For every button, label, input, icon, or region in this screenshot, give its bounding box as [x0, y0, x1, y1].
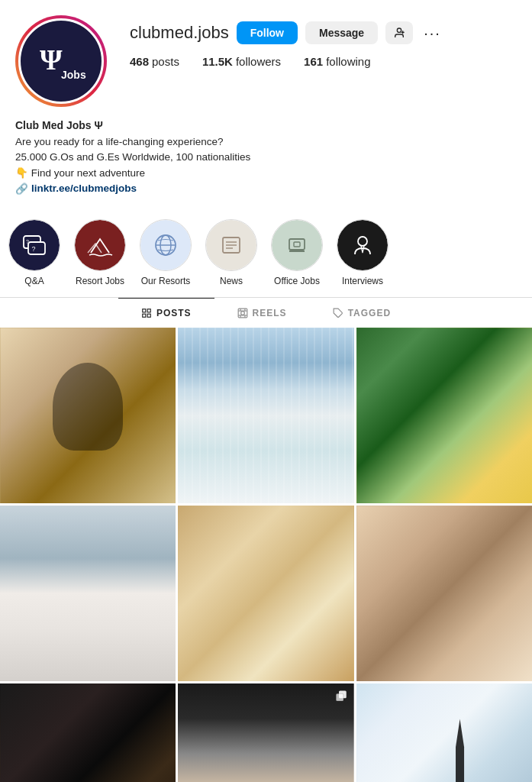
qa-icon: ? ? — [21, 231, 48, 259]
username-row: clubmed.jobs Follow Message ··· — [130, 21, 517, 44]
svg-point-2 — [397, 28, 401, 32]
follow-button[interactable]: Follow — [237, 21, 298, 44]
svg-rect-22 — [143, 314, 146, 317]
highlight-label-office: Office Jobs — [274, 276, 320, 286]
svg-point-25 — [240, 311, 244, 315]
avatar-logo: Ψ Jobs — [37, 40, 86, 82]
svg-rect-16 — [289, 239, 305, 250]
svg-text:Ψ: Ψ — [40, 44, 63, 76]
svg-rect-23 — [147, 314, 150, 317]
svg-rect-6 — [28, 242, 45, 254]
office-icon — [283, 231, 311, 259]
message-button[interactable]: Message — [305, 21, 378, 44]
bio-link-text: linktr.ee/clubmedjobs — [31, 183, 137, 194]
profile-top: Ψ Jobs clubmed.jobs Follow Message — [15, 15, 517, 107]
grid-item-6[interactable] — [356, 506, 532, 681]
tab-posts-label: POSTS — [156, 308, 192, 318]
profile-info: clubmed.jobs Follow Message ··· 468 — [130, 15, 517, 76]
highlight-qa[interactable]: ? ? Q&A — [8, 219, 61, 286]
tab-reels[interactable]: REELS — [214, 298, 310, 328]
interviews-icon — [349, 231, 376, 259]
svg-text:?: ? — [31, 245, 35, 253]
profile-section: Ψ Jobs clubmed.jobs Follow Message — [0, 0, 532, 207]
news-icon — [218, 231, 245, 259]
highlight-circle-resort — [74, 219, 126, 271]
grid-item-7[interactable] — [0, 683, 176, 782]
highlight-circle-resorts — [140, 219, 192, 271]
following-count: 161 — [304, 55, 323, 68]
highlight-label-news: News — [220, 276, 243, 286]
grid-item-9[interactable] — [356, 683, 532, 782]
posts-label: posts — [152, 55, 179, 68]
more-button[interactable]: ··· — [421, 24, 444, 42]
photo-grid — [0, 328, 532, 782]
bio-section: Club Med Jobs Ψ Are you ready for a life… — [15, 119, 517, 199]
grid-item-5[interactable] — [178, 506, 353, 681]
tab-tagged-label: TAGGED — [348, 308, 391, 318]
multiple-icon-svg — [334, 690, 348, 703]
add-person-button[interactable] — [385, 21, 413, 44]
svg-point-19 — [358, 237, 367, 246]
bio-line1: Are you ready for a life-changing experi… — [15, 136, 223, 147]
highlight-label-qa: Q&A — [24, 276, 44, 286]
stats-row: 468 posts 11.5K followers 161 following — [130, 55, 517, 68]
multiple-photos-icon — [334, 690, 348, 706]
posts-stat[interactable]: 468 posts — [130, 55, 179, 68]
grid-item-4[interactable] — [0, 506, 176, 681]
highlight-resort-jobs[interactable]: Resort Jobs — [73, 219, 127, 286]
grid-icon — [141, 308, 152, 318]
highlight-label-resorts: Our Resorts — [141, 276, 191, 286]
highlight-circle-news — [205, 219, 257, 271]
bio-link-emoji: 🔗 — [15, 183, 28, 195]
tab-tagged[interactable]: TAGGED — [310, 298, 414, 328]
grid-item-8[interactable] — [178, 683, 353, 782]
bio-link[interactable]: 🔗 linktr.ee/clubmedjobs — [15, 183, 517, 195]
posts-count: 468 — [130, 55, 149, 68]
highlights-section: ? ? Q&A Resort Jobs — [0, 207, 532, 297]
globe-icon — [152, 231, 179, 259]
tabs-section: POSTS REELS TAGGED — [0, 297, 532, 328]
username: clubmed.jobs — [130, 23, 229, 43]
svg-text:?: ? — [26, 239, 29, 244]
followers-count: 11.5K — [202, 55, 233, 68]
add-person-icon — [393, 27, 405, 39]
bio-text: Are you ready for a life-changing experi… — [15, 134, 517, 181]
highlight-circle-office — [271, 219, 323, 271]
followers-label: followers — [236, 55, 281, 68]
svg-text:Jobs: Jobs — [61, 69, 86, 81]
reels-icon — [237, 308, 248, 318]
tab-posts[interactable]: POSTS — [118, 298, 214, 328]
svg-rect-24 — [238, 309, 247, 318]
grid-item-1[interactable] — [0, 328, 176, 503]
avatar-inner: Ψ Jobs — [18, 18, 104, 104]
resort-icon — [86, 231, 114, 259]
highlight-news[interactable]: News — [205, 219, 258, 286]
highlight-label-interviews: Interviews — [342, 276, 383, 286]
svg-rect-18 — [294, 242, 300, 247]
highlight-office-jobs[interactable]: Office Jobs — [270, 219, 324, 286]
highlight-our-resorts[interactable]: Our Resorts — [139, 219, 192, 286]
highlight-circle-qa: ? ? — [8, 219, 60, 271]
avatar-wrapper[interactable]: Ψ Jobs — [15, 15, 107, 107]
tab-reels-label: REELS — [253, 308, 287, 318]
bio-line2: 25.000 G.Os and G.Es Worldwide, 100 nati… — [15, 151, 250, 163]
svg-rect-34 — [336, 694, 343, 702]
bio-line3: 👇 Find your next adventure — [15, 167, 145, 179]
svg-rect-20 — [143, 309, 146, 312]
grid-item-3[interactable] — [356, 328, 532, 503]
grid-item-2[interactable] — [178, 328, 353, 503]
following-stat[interactable]: 161 following — [304, 55, 370, 68]
highlight-circle-interviews — [337, 219, 389, 271]
followers-stat[interactable]: 11.5K followers — [202, 55, 281, 68]
tag-icon — [333, 308, 343, 318]
svg-rect-21 — [147, 309, 150, 312]
display-name: Club Med Jobs Ψ — [15, 119, 517, 131]
highlight-interviews[interactable]: Interviews — [336, 219, 389, 286]
highlight-label-resort: Resort Jobs — [76, 276, 124, 286]
following-label: following — [326, 55, 370, 68]
